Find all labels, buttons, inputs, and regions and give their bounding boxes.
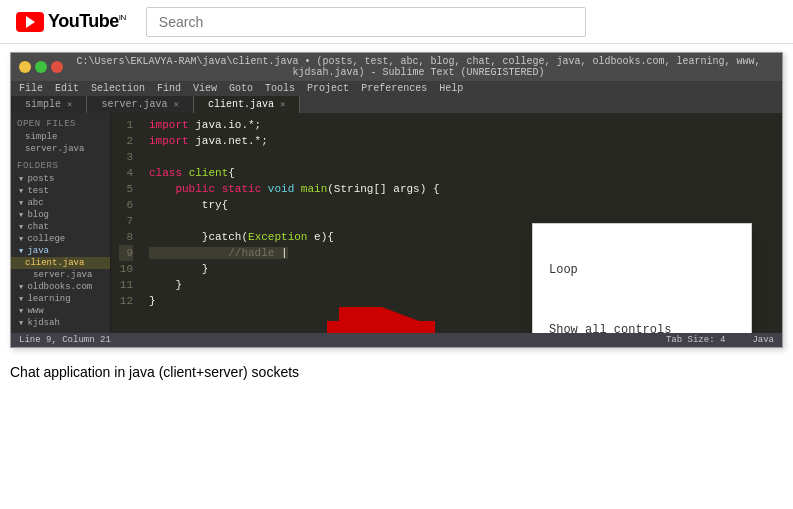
menu-edit[interactable]: Edit xyxy=(55,83,79,94)
open-files-label: OPEN FILES xyxy=(11,117,110,131)
menu-bar: File Edit Selection Find View Goto Tools… xyxy=(11,81,782,96)
menu-help[interactable]: Help xyxy=(439,83,463,94)
sidebar-group-college[interactable]: college xyxy=(11,233,110,245)
status-position: Line 9, Column 21 xyxy=(19,335,111,345)
menu-selection[interactable]: Selection xyxy=(91,83,145,94)
sidebar-client-java[interactable]: client.java xyxy=(11,257,110,269)
ctx-loop[interactable]: Loop xyxy=(533,256,751,284)
close-button[interactable] xyxy=(51,61,63,73)
menu-file[interactable]: File xyxy=(19,83,43,94)
status-right: Tab Size: 4 Java xyxy=(666,335,774,345)
tabs-bar: simple ✕ server.java ✕ client.java ✕ xyxy=(11,96,782,113)
menu-preferences[interactable]: Preferences xyxy=(361,83,427,94)
menu-view[interactable]: View xyxy=(193,83,217,94)
sidebar-group-chat[interactable]: chat xyxy=(11,221,110,233)
editor-area: OPEN FILES simple server.java FOLDERS po… xyxy=(11,113,782,333)
tab-server-java[interactable]: server.java ✕ xyxy=(87,96,193,113)
minimize-button[interactable] xyxy=(19,61,31,73)
video-title: Chat application in java (client+server)… xyxy=(0,356,793,384)
sidebar-group-posts[interactable]: posts xyxy=(11,173,110,185)
sidebar-group-abc[interactable]: abc xyxy=(11,197,110,209)
sidebar: OPEN FILES simple server.java FOLDERS po… xyxy=(11,113,111,333)
sidebar-group-blog[interactable]: blog xyxy=(11,209,110,221)
sidebar-group-oldbooks[interactable]: oldbooks.com xyxy=(11,281,110,293)
tab-simple-close[interactable]: ✕ xyxy=(67,99,72,110)
line-numbers: 12345 6789 101112 xyxy=(111,113,141,333)
menu-tools[interactable]: Tools xyxy=(265,83,295,94)
status-bar: Line 9, Column 21 Tab Size: 4 Java xyxy=(11,333,782,347)
sidebar-simple[interactable]: simple xyxy=(11,131,110,143)
code-editor[interactable]: import java.io.*; import java.net.*; cla… xyxy=(141,113,782,333)
search-input[interactable] xyxy=(146,7,586,37)
menu-find[interactable]: Find xyxy=(157,83,181,94)
main-content: C:\Users\EKLAVYA-RAM\java\client.java • … xyxy=(0,44,793,384)
menu-goto[interactable]: Goto xyxy=(229,83,253,94)
sidebar-group-www[interactable]: www xyxy=(11,305,110,317)
maximize-button[interactable] xyxy=(35,61,47,73)
youtube-logo[interactable]: YouTubeIN xyxy=(16,11,126,32)
youtube-logo-text: YouTubeIN xyxy=(48,11,126,32)
sidebar-group-learning[interactable]: learning xyxy=(11,293,110,305)
sidebar-server-java-sub[interactable]: server.java xyxy=(11,269,110,281)
tab-client-close[interactable]: ✕ xyxy=(280,99,285,110)
tab-simple[interactable]: simple ✕ xyxy=(11,96,87,113)
ctx-show-controls[interactable]: Show all controls xyxy=(533,316,751,333)
title-bar: C:\Users\EKLAVYA-RAM\java\client.java • … xyxy=(11,53,782,81)
sidebar-group-java[interactable]: java xyxy=(11,245,110,257)
youtube-header: YouTubeIN xyxy=(0,0,793,44)
window-title: C:\Users\EKLAVYA-RAM\java\client.java • … xyxy=(63,56,774,78)
sidebar-group-test[interactable]: test xyxy=(11,185,110,197)
sidebar-group-kjdsah[interactable]: kjdsah xyxy=(11,317,110,329)
sidebar-server-java[interactable]: server.java xyxy=(11,143,110,155)
tab-server-close[interactable]: ✕ xyxy=(173,99,178,110)
folders-label: FOLDERS xyxy=(11,159,110,173)
sublime-window: C:\Users\EKLAVYA-RAM\java\client.java • … xyxy=(10,52,783,348)
context-menu: Loop Show all controls Open video in new… xyxy=(532,223,752,333)
red-arrow xyxy=(261,291,447,333)
youtube-play-icon xyxy=(16,12,44,32)
tab-client-java[interactable]: client.java ✕ xyxy=(194,96,300,113)
window-controls[interactable] xyxy=(19,61,63,73)
menu-project[interactable]: Project xyxy=(307,83,349,94)
